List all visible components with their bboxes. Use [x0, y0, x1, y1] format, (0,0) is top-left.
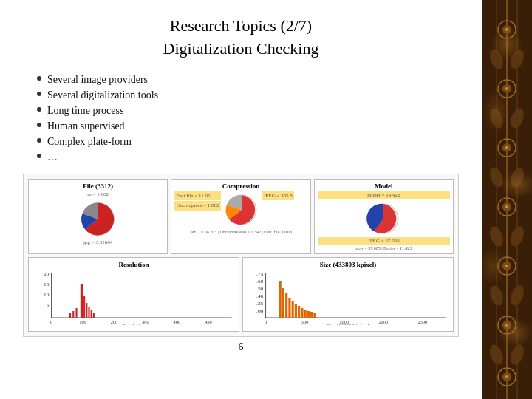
svg-text:10: 10: [44, 292, 50, 298]
bullet-dot: [37, 138, 41, 143]
border-pattern: [482, 0, 532, 399]
svg-point-79: [508, 106, 527, 130]
svg-rect-51: [482, 0, 532, 399]
svg-point-74: [502, 372, 511, 381]
model-label-top: model = 14.422: [367, 192, 400, 198]
size-chart: .75 .60 .50 .40 .25 .00 0 500 1000 2000 …: [246, 270, 450, 325]
svg-rect-45: [301, 308, 303, 318]
svg-rect-47: [307, 311, 310, 318]
svg-point-73: [498, 368, 516, 386]
svg-point-59: [502, 84, 511, 93]
compress-label-bottom: JPEG = 385.8: [262, 191, 294, 201]
svg-point-76: [488, 47, 506, 71]
compression-panel-title: Compression: [174, 183, 307, 190]
svg-rect-18: [88, 307, 89, 318]
svg-point-58: [498, 80, 516, 98]
svg-text:.40: .40: [256, 293, 264, 299]
chart-top-row: File (3312) m = 1.002 jpg = 3.01664: [28, 179, 454, 254]
model-caption: gray = 57.005 | Bezier = 11.423: [318, 246, 450, 250]
svg-rect-19: [91, 310, 92, 318]
svg-point-61: [498, 139, 516, 157]
chart-bottom-row: Resolution 20 15 10 5 0 100 200 300 400: [28, 257, 454, 332]
bullet-dot: [37, 76, 41, 81]
svg-point-55: [498, 21, 516, 38]
svg-point-80: [488, 166, 506, 189]
model-panel-title: Model: [318, 183, 450, 190]
svg-rect-42: [292, 301, 294, 318]
compress-caption: JPEG = 58.705 | Uncompressed = 1.342 | F…: [174, 230, 307, 234]
svg-point-62: [502, 143, 511, 152]
resolution-title: Resolution: [32, 261, 236, 268]
svg-rect-39: [282, 288, 284, 318]
file-label-bottom: jpg = 3.01664: [32, 239, 164, 245]
svg-text:Resolution: Resolution: [122, 323, 146, 325]
svg-text:.75: .75: [256, 271, 264, 277]
svg-rect-49: [313, 313, 316, 318]
svg-point-84: [488, 284, 506, 307]
svg-text:20: 20: [44, 271, 50, 277]
svg-point-65: [502, 202, 511, 211]
svg-point-68: [502, 262, 511, 270]
compress-label-top: Fact.file = 11.05: [174, 191, 220, 201]
compression-panel: Compression Fact.file = 11.05 Uncompress…: [171, 179, 310, 254]
svg-point-66: [505, 205, 508, 208]
bullet-dot: [37, 123, 41, 127]
resolution-panel: Resolution 20 15 10 5 0 100 200 300 400: [28, 257, 239, 332]
svg-text:200: 200: [111, 319, 118, 324]
svg-point-70: [498, 316, 516, 334]
svg-point-72: [505, 324, 508, 327]
svg-point-63: [505, 146, 508, 149]
svg-text:.00: .00: [256, 308, 264, 314]
bullet-dot: [37, 92, 41, 96]
compression-pie-chart: [223, 191, 260, 228]
svg-text:15: 15: [44, 282, 50, 287]
svg-text:.60: .60: [256, 279, 264, 284]
chart-container: File (3312) m = 1.002 jpg = 3.01664: [23, 174, 459, 337]
decorative-border: [482, 0, 532, 399]
file-panel-title: File (3312): [32, 183, 164, 190]
bullet-item-2: Several digitalization tools: [37, 89, 460, 101]
svg-rect-40: [285, 293, 287, 318]
model-label-bottom: JPEG = 57.058: [318, 237, 450, 245]
svg-text:2500: 2500: [417, 319, 427, 324]
svg-point-64: [498, 198, 516, 216]
svg-rect-44: [298, 306, 300, 318]
svg-point-69: [505, 265, 508, 267]
model-panel: Model model = 14.422 JPEG = 57.058 gray …: [314, 179, 454, 254]
page-number: 6: [22, 341, 460, 353]
file-label-top: m = 1.002: [32, 191, 164, 197]
svg-rect-16: [83, 296, 85, 318]
model-pie-chart: [365, 200, 402, 237]
svg-text:450: 450: [205, 319, 212, 324]
svg-text:.50: .50: [256, 286, 264, 292]
bullet-item-4: Human supervised: [37, 120, 460, 132]
bullet-item-3: Long time process: [37, 105, 460, 117]
svg-text:0: 0: [265, 319, 267, 324]
svg-rect-43: [295, 304, 297, 318]
svg-rect-17: [86, 303, 87, 318]
svg-point-82: [488, 225, 506, 248]
bullet-item-6: …: [37, 151, 460, 163]
svg-point-57: [505, 28, 508, 31]
svg-rect-20: [93, 313, 95, 318]
svg-text:5: 5: [47, 302, 50, 308]
svg-rect-38: [279, 281, 282, 318]
svg-text:500: 500: [301, 319, 309, 324]
slide-content: Research Topics (2/7) Digitalization Che…: [0, 0, 482, 399]
svg-text:Size/433803 kpixel: Size/433803 kpixel: [327, 323, 369, 325]
svg-rect-23: [75, 308, 77, 318]
slide-title: Research Topics (2/7) Digitalization Che…: [22, 15, 460, 61]
file-panel: File (3312) m = 1.002 jpg = 3.01664: [28, 179, 168, 254]
svg-point-71: [502, 321, 511, 330]
svg-point-87: [508, 343, 527, 366]
svg-point-85: [508, 284, 527, 307]
svg-point-75: [505, 375, 508, 378]
bullet-item-5: Complex plate-form: [37, 136, 460, 148]
svg-point-81: [508, 166, 527, 189]
svg-rect-46: [304, 310, 307, 318]
bullet-dot: [37, 154, 41, 158]
svg-rect-41: [288, 298, 290, 318]
svg-text:400: 400: [174, 319, 181, 324]
svg-text:0: 0: [50, 319, 52, 324]
svg-text:2000: 2000: [378, 319, 388, 324]
